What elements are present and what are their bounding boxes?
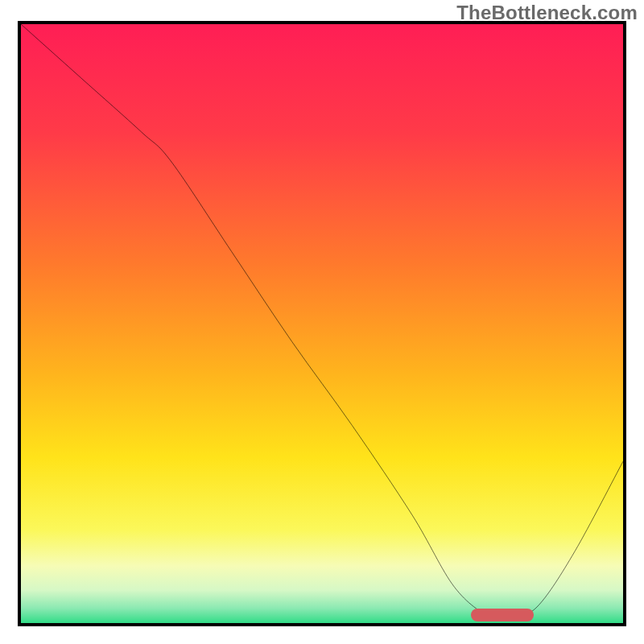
optimal-range-marker xyxy=(471,609,534,621)
chart-container: TheBottleneck.com xyxy=(0,0,644,644)
curve-svg xyxy=(21,24,623,623)
watermark-text: TheBottleneck.com xyxy=(456,2,638,24)
bottleneck-curve-path xyxy=(21,24,623,620)
plot-frame xyxy=(18,21,626,626)
